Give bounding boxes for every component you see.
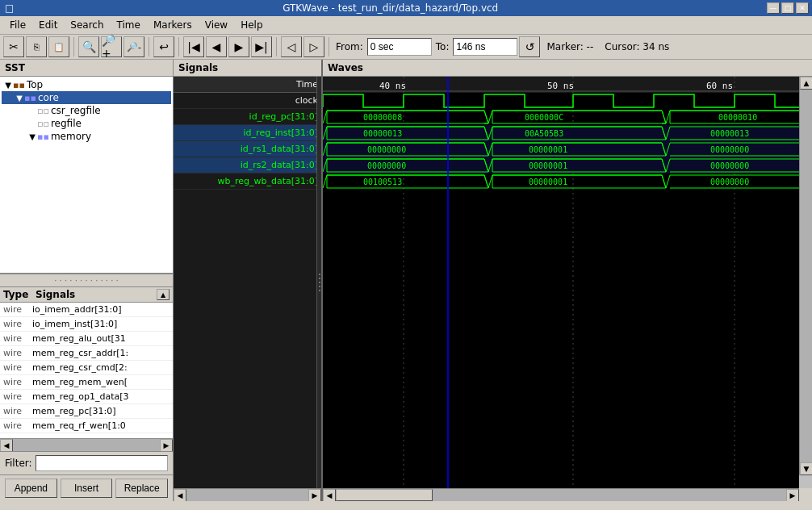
wire-row-5[interactable]: wire mem_reg_mem_wen[ (0, 375, 173, 390)
waves-hscroll-track[interactable] (336, 489, 786, 501)
copy-button[interactable]: ⎘ (26, 36, 47, 57)
hscroll-track[interactable] (13, 439, 160, 451)
filter-label: Filter: (5, 458, 32, 469)
waves-vscroll-up[interactable]: ▲ (800, 77, 812, 90)
wire-type-5: wire (3, 377, 32, 387)
menu-file[interactable]: File (3, 18, 32, 32)
full-layout: SST ▼ ▪▪ Top ▼ ▪▪ core ▫▫ (0, 60, 812, 501)
svg-text:00000010: 00000010 (718, 113, 757, 122)
next-edge-button[interactable]: ▷ (303, 36, 324, 57)
nav-start-button[interactable]: |◀ (183, 36, 204, 57)
wire-type-1: wire (3, 319, 32, 329)
tree-item-core[interactable]: ▼ ▪▪ core (2, 91, 171, 104)
waves-vscrollbar[interactable]: ▲ ▼ (799, 77, 812, 475)
tree-item-top[interactable]: ▼ ▪▪ Top (2, 78, 171, 91)
sig-hscroll-right[interactable]: ▶ (308, 489, 321, 502)
to-input[interactable] (453, 38, 517, 56)
sig-hscroll-track[interactable] (186, 489, 308, 501)
wire-row-2[interactable]: wire mem_reg_alu_out[31 (0, 332, 173, 346)
waves-hscrollbar[interactable]: ◀ ▶ (323, 488, 799, 501)
waves-hscroll-right[interactable]: ▶ (786, 489, 799, 502)
svg-text:00000001: 00000001 (529, 161, 567, 170)
nav-next-button[interactable]: ▶ (228, 36, 249, 57)
menu-markers[interactable]: Markers (147, 18, 199, 32)
hscroll-right-arrow[interactable]: ▶ (160, 439, 173, 452)
paste-button[interactable]: 📋 (48, 36, 69, 57)
wire-name-3: mem_reg_csr_addr[1: (32, 348, 170, 358)
wire-row-7[interactable]: wire mem_reg_pc[31:0] (0, 404, 173, 419)
wire-name-4: mem_reg_csr_cmd[2: (32, 362, 170, 373)
replace-button[interactable]: Replace (115, 479, 168, 498)
signals-hscrollbar[interactable]: ◀ ▶ (174, 488, 321, 501)
filter-input[interactable] (36, 455, 168, 471)
minimize-button[interactable]: — (767, 2, 780, 14)
wire-row-1[interactable]: wire io_imem_inst[31:0] (0, 317, 173, 332)
waves-col: Waves 40 ns 50 ns 60 n (323, 60, 812, 501)
wire-list[interactable]: wire io_imem_addr[31:0] wire io_imem_ins… (0, 303, 173, 438)
wire-name-7: mem_reg_pc[31:0] (32, 406, 170, 416)
wire-name-2: mem_reg_alu_out[31 (32, 333, 170, 344)
expand-core[interactable]: ▼ (15, 94, 24, 102)
menu-time[interactable]: Time (111, 18, 147, 32)
wire-row-0[interactable]: wire io_imem_addr[31:0] (0, 303, 173, 317)
nav-prev-button[interactable]: ◀ (206, 36, 227, 57)
wire-row-8[interactable]: wire mem_req_rf_wen[1:0 (0, 419, 173, 433)
undo-button[interactable]: ↩ (153, 36, 174, 57)
hscroll-left-arrow[interactable]: ◀ (0, 439, 13, 452)
waves-area[interactable]: 40 ns 50 ns 60 ns 00000008 (323, 77, 812, 488)
zoom-out-button[interactable]: 🔎- (123, 36, 144, 57)
menu-search[interactable]: Search (64, 18, 110, 32)
toolbar-sep3 (178, 37, 179, 56)
app-icon: □ (5, 2, 14, 14)
marker-info: Marker: -- (542, 41, 598, 52)
expand-top[interactable]: ▼ (3, 81, 13, 90)
menu-edit[interactable]: Edit (32, 18, 64, 32)
wire-type-7: wire (3, 406, 32, 416)
wire-name-0: io_imem_addr[31:0] (32, 304, 170, 315)
zoom-fit-button[interactable]: 🔍 (78, 36, 99, 57)
v-scroll-up-ts[interactable]: ▲ (157, 289, 170, 300)
action-buttons-bar: Append Insert Replace (0, 474, 173, 501)
toolbar: ✂ ⎘ 📋 🔍 🔎+ 🔎- ↩ |◀ ◀ ▶ ▶| ◁ ▷ From: To: … (0, 35, 812, 60)
tree-item-regfile[interactable]: ▫▫ regfile (2, 117, 171, 130)
signal-id-rs2-data: id_rs2_data[31:0] (174, 157, 321, 173)
tree-item-csr-regfile[interactable]: ▫▫ csr_regfile (2, 104, 171, 117)
cut-button[interactable]: ✂ (3, 36, 24, 57)
append-button[interactable]: Append (5, 479, 57, 498)
waves-vscroll-track[interactable] (800, 90, 812, 462)
refresh-button[interactable]: ↺ (519, 36, 540, 57)
sst-tree[interactable]: ▼ ▪▪ Top ▼ ▪▪ core ▫▫ csr_regfile (0, 77, 173, 273)
wire-type-8: wire (3, 420, 32, 431)
wire-type-2: wire (3, 333, 32, 344)
wire-list-hscroll[interactable]: ◀ ▶ (0, 438, 173, 451)
svg-text:00000000: 00000000 (367, 161, 406, 170)
tree-label-core: core (38, 92, 59, 103)
expand-memory[interactable]: ▼ (27, 132, 37, 141)
menu-view[interactable]: View (199, 18, 234, 32)
wire-name-5: mem_reg_mem_wen[ (32, 377, 170, 387)
svg-text:00000000: 00000000 (710, 178, 749, 186)
maximize-button[interactable]: □ (781, 2, 794, 14)
insert-button[interactable]: Insert (61, 479, 113, 498)
wire-row-6[interactable]: wire mem_reg_op1_data[3 (0, 390, 173, 404)
menu-help[interactable]: Help (234, 18, 269, 32)
cursor-info: Cursor: 34 ns (600, 41, 674, 52)
waves-scroll-corner (799, 475, 812, 488)
from-input[interactable] (367, 38, 432, 56)
sig-hscroll-left[interactable]: ◀ (174, 489, 186, 502)
resize-handle-dots[interactable] (317, 77, 322, 488)
wire-row-3[interactable]: wire mem_reg_csr_addr[1: (0, 346, 173, 361)
signals-col-header: Signals (36, 289, 75, 300)
svg-text:00000000: 00000000 (710, 161, 749, 170)
zoom-in-button[interactable]: 🔎+ (101, 36, 122, 57)
close-button[interactable]: ✕ (796, 2, 809, 14)
waves-hscroll-thumb[interactable] (336, 489, 433, 501)
waves-hscroll-left[interactable]: ◀ (323, 489, 336, 502)
toolbar-sep1 (73, 37, 74, 56)
svg-text:00000000: 00000000 (367, 145, 406, 154)
tree-item-memory[interactable]: ▼ ▪▪ memory (2, 130, 171, 143)
waves-vscroll-down[interactable]: ▼ (800, 462, 812, 475)
wire-row-4[interactable]: wire mem_reg_csr_cmd[2: (0, 361, 173, 375)
prev-edge-button[interactable]: ◁ (281, 36, 302, 57)
nav-end-button[interactable]: ▶| (251, 36, 272, 57)
